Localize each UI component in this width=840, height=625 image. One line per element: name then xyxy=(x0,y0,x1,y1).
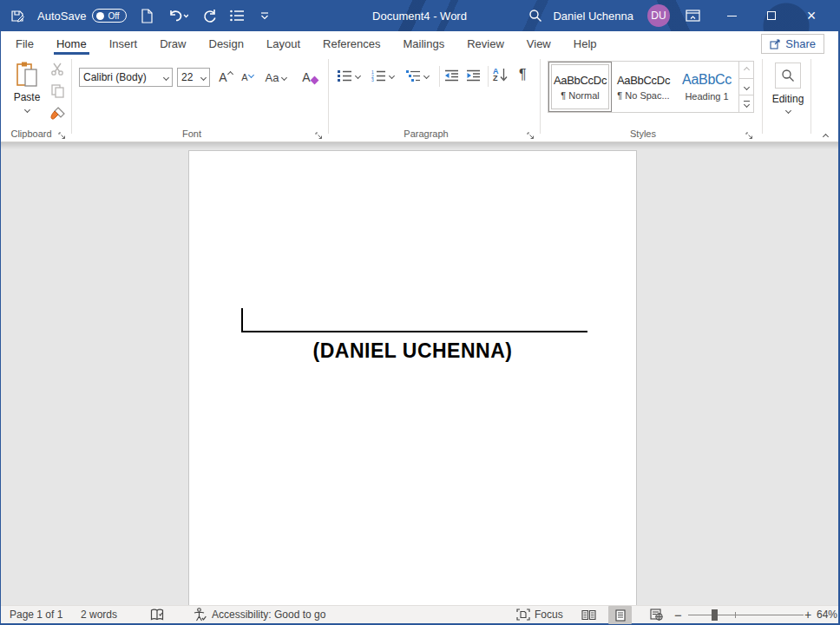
grow-font-button[interactable]: A xyxy=(216,68,235,87)
text-cursor xyxy=(241,308,243,332)
tab-home[interactable]: Home xyxy=(45,31,98,56)
sort-button[interactable]: A Z xyxy=(493,68,508,82)
clipboard-group-label: Clipboard xyxy=(1,128,62,139)
word-window: AutoSave Off Document4 - Word xyxy=(0,0,840,625)
document-area[interactable]: (DANIEL UCHENNA) xyxy=(1,142,838,605)
focus-button[interactable]: Focus xyxy=(516,606,563,623)
accessibility-icon xyxy=(194,608,207,622)
editing-label: Editing xyxy=(772,93,804,105)
styles-gallery-expand-icon[interactable] xyxy=(739,95,753,112)
font-size-select[interactable]: 22 xyxy=(177,68,210,87)
styles-scroll-up-icon[interactable] xyxy=(739,62,753,79)
style-heading1[interactable]: AaBbCc Heading 1 xyxy=(675,62,738,112)
tab-insert[interactable]: Insert xyxy=(98,31,149,56)
clear-formatting-button[interactable]: A xyxy=(299,68,320,87)
zoom-out-button[interactable]: − xyxy=(674,606,682,623)
status-bar: Page 1 of 1 2 words Accessibility: Good … xyxy=(1,605,838,623)
user-name[interactable]: Daniel Uchenna xyxy=(553,0,633,31)
tab-view[interactable]: View xyxy=(515,31,562,56)
font-group-label: Font xyxy=(131,128,253,139)
tab-references[interactable]: References xyxy=(312,31,391,56)
tab-design[interactable]: Design xyxy=(198,31,255,56)
multilevel-list-button[interactable] xyxy=(406,69,429,82)
paste-label: Paste xyxy=(14,91,41,103)
redo-icon[interactable] xyxy=(201,8,217,23)
toggle-knob xyxy=(96,12,104,20)
tab-layout[interactable]: Layout xyxy=(255,31,312,56)
collapse-ribbon-icon[interactable] xyxy=(824,128,828,141)
styles-scroll-down-icon[interactable] xyxy=(739,79,753,96)
share-button[interactable]: Share xyxy=(761,34,824,54)
undo-icon[interactable] xyxy=(167,8,189,23)
print-layout-button[interactable] xyxy=(608,606,632,624)
ribbon-display-options-icon[interactable] xyxy=(673,0,712,31)
avatar[interactable]: DU xyxy=(647,4,670,27)
accessibility-label: Accessibility: Good to go xyxy=(212,609,325,621)
tab-draw[interactable]: Draw xyxy=(148,31,197,56)
bullets-button[interactable] xyxy=(338,69,360,82)
find-icon xyxy=(775,62,801,89)
autosave-label: AutoSave xyxy=(37,10,86,23)
search-icon[interactable] xyxy=(518,0,553,31)
proofing-icon[interactable] xyxy=(150,606,164,623)
document-page[interactable]: (DANIEL UCHENNA) xyxy=(188,150,637,605)
eraser-shape xyxy=(310,76,318,84)
zoom-in-button[interactable]: + xyxy=(804,606,811,623)
zoom-slider-handle[interactable] xyxy=(712,609,718,621)
signature-line xyxy=(241,331,587,332)
focus-icon xyxy=(516,609,530,621)
quick-access-chevron-icon[interactable] xyxy=(257,8,272,23)
titlebar: AutoSave Off Document4 - Word xyxy=(1,0,838,31)
increase-indent-button[interactable] xyxy=(466,69,481,82)
paste-button[interactable]: Paste xyxy=(10,61,44,135)
tab-help[interactable]: Help xyxy=(562,31,608,56)
share-label: Share xyxy=(785,37,816,50)
ribbon-tab-row: File Home Insert Draw Design Layout Refe… xyxy=(1,31,838,56)
zoom-level[interactable]: 64% xyxy=(817,606,837,623)
web-layout-button[interactable] xyxy=(645,606,668,623)
share-icon xyxy=(770,38,781,49)
svg-text:3: 3 xyxy=(371,77,374,82)
font-name-value: Calibri (Body) xyxy=(83,71,147,83)
autosave-toggle[interactable]: AutoSave Off xyxy=(37,9,127,23)
autosave-pill[interactable]: Off xyxy=(92,9,127,23)
zoom-slider-center-tick xyxy=(735,612,736,618)
minimize-button[interactable] xyxy=(712,0,751,31)
close-button[interactable]: × xyxy=(791,0,831,31)
copy-icon[interactable] xyxy=(51,84,64,101)
maximize-button[interactable] xyxy=(751,0,791,31)
tab-mailings[interactable]: Mailings xyxy=(392,31,456,56)
paste-dropdown-icon[interactable] xyxy=(23,107,30,113)
bullet-list-icon[interactable] xyxy=(229,8,245,23)
new-document-icon[interactable] xyxy=(139,8,154,23)
ribbon: Paste Clipboard Calibri (Body) 22 xyxy=(1,56,838,142)
document-heading[interactable]: (DANIEL UCHENNA) xyxy=(189,339,636,363)
pilcrow-button[interactable]: ¶ xyxy=(519,67,527,82)
save-icon[interactable] xyxy=(10,8,25,23)
shrink-font-button[interactable]: A xyxy=(238,68,257,87)
zoom-slider-track[interactable] xyxy=(688,615,804,615)
numbering-button[interactable]: 123 xyxy=(371,69,394,82)
font-dialog-launcher-icon[interactable] xyxy=(315,129,324,138)
autosave-state: Off xyxy=(108,11,119,21)
tab-file[interactable]: File xyxy=(4,31,45,56)
paste-icon xyxy=(15,61,39,89)
word-count[interactable]: 2 words xyxy=(81,606,117,623)
editing-button[interactable]: Editing xyxy=(768,62,808,113)
font-size-value: 22 xyxy=(181,71,193,83)
style-normal[interactable]: AaBbCcDc ¶ Normal xyxy=(548,62,612,112)
cut-icon[interactable] xyxy=(50,62,64,78)
font-name-select[interactable]: Calibri (Body) xyxy=(79,68,173,87)
styles-dialog-launcher-icon[interactable] xyxy=(745,129,754,138)
tab-review[interactable]: Review xyxy=(456,31,515,56)
read-mode-button[interactable] xyxy=(577,606,600,623)
style-no-spacing[interactable]: AaBbCcDc ¶ No Spac... xyxy=(612,62,675,112)
change-case-button[interactable]: Aa xyxy=(263,68,289,87)
format-painter-icon[interactable] xyxy=(50,107,65,123)
accessibility-status[interactable]: Accessibility: Good to go xyxy=(194,606,325,623)
paragraph-dialog-launcher-icon[interactable] xyxy=(527,129,535,138)
decrease-indent-button[interactable] xyxy=(444,69,459,82)
page-indicator[interactable]: Page 1 of 1 xyxy=(10,606,62,623)
clipboard-dialog-launcher-icon[interactable] xyxy=(58,129,67,138)
paragraph-group-label: Paragraph xyxy=(365,128,487,139)
